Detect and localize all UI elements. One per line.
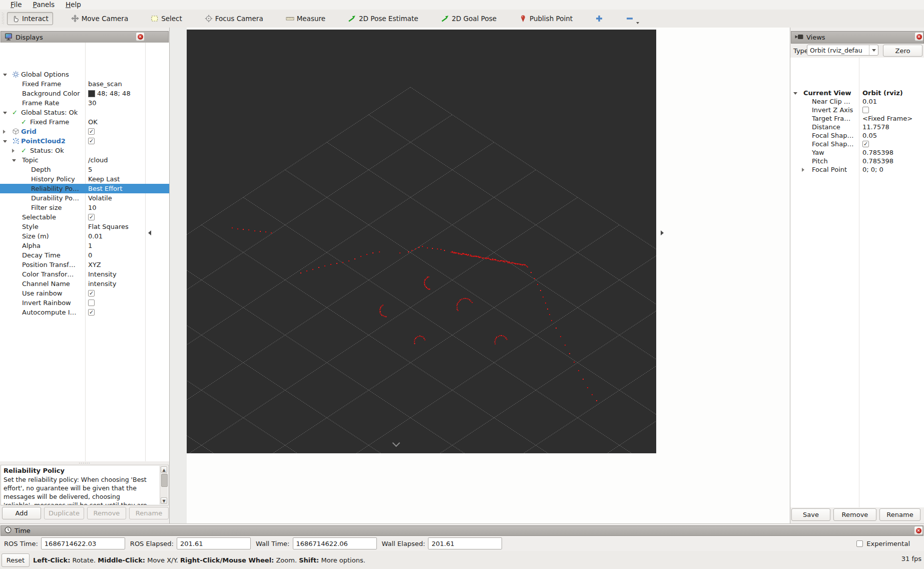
scroll-thumb[interactable] xyxy=(161,474,168,487)
tree-row-filter-size[interactable]: Filter size10 xyxy=(0,203,169,212)
rename-button[interactable]: Rename xyxy=(879,508,920,521)
tree-row-fixed-frame[interactable]: Fixed Framebase_scan xyxy=(0,79,169,89)
property-value[interactable]: 10 xyxy=(86,203,97,212)
property-value[interactable]: ✓ xyxy=(86,212,95,222)
tree-row-use-rainbow[interactable]: Use rainbow✓ xyxy=(0,289,169,298)
tree-row-decay-time[interactable]: Decay Time0 xyxy=(0,250,169,260)
toolbar-focus-camera-button[interactable]: Focus Camera xyxy=(200,12,268,25)
collapse-left-panel-icon[interactable] xyxy=(148,230,151,235)
tree-row-style[interactable]: StyleFlat Squares xyxy=(0,222,169,231)
property-value[interactable]: Orbit (rviz) xyxy=(860,89,903,97)
time-panel-header[interactable]: Time xyxy=(1,525,923,536)
displays-splitter[interactable]: ······ xyxy=(0,461,169,465)
tree-row-yaw[interactable]: Yaw0.785398 xyxy=(790,148,924,157)
property-value[interactable]: Volatile xyxy=(86,193,112,203)
tree-row-position-transf[interactable]: Position Transf…XYZ xyxy=(0,260,169,269)
tree-row-channel-name[interactable]: Channel Nameintensity xyxy=(0,279,169,289)
save-button[interactable]: Save xyxy=(791,508,830,521)
tree-row-depth[interactable]: Depth5 xyxy=(0,165,169,174)
time-field-input[interactable] xyxy=(428,537,502,549)
toolbar-2d-pose-estimate-button[interactable]: 2D Pose Estimate xyxy=(343,12,422,25)
property-value[interactable]: OK xyxy=(86,117,98,127)
view-type-combobox[interactable]: Orbit (rviz_defau xyxy=(807,45,878,56)
property-value[interactable]: <Fixed Frame> xyxy=(860,114,912,123)
property-value[interactable]: base_scan xyxy=(86,79,122,89)
tree-row-target-fra[interactable]: Target Fra…<Fixed Frame> xyxy=(790,114,924,123)
property-value[interactable]: ✓ xyxy=(860,140,869,148)
property-value[interactable]: 0.01 xyxy=(860,97,877,106)
tree-row-selectable[interactable]: Selectable✓ xyxy=(0,212,169,222)
scroll-down-icon[interactable]: ▼ xyxy=(161,497,167,504)
checkbox-checked[interactable]: ✓ xyxy=(88,214,95,220)
property-value[interactable]: 30 xyxy=(86,98,97,108)
tree-row-color-transfor[interactable]: Color Transfor…Intensity xyxy=(0,269,169,279)
toolbar-minus-icon-button[interactable] xyxy=(621,12,638,25)
tree-row-autocompute-i[interactable]: Autocompute I…✓ xyxy=(0,308,169,317)
menu-file[interactable]: File xyxy=(5,0,28,10)
tree-row-pitch[interactable]: Pitch0.785398 xyxy=(790,157,924,165)
property-value[interactable] xyxy=(860,106,869,114)
zero-button[interactable]: Zero xyxy=(883,45,922,57)
expander-open-icon[interactable] xyxy=(12,159,16,162)
experimental-checkbox[interactable] xyxy=(856,540,863,547)
checkbox-checked[interactable]: ✓ xyxy=(88,138,95,144)
views-panel-header[interactable]: Views xyxy=(791,31,924,44)
time-field-input[interactable] xyxy=(293,537,377,549)
property-value[interactable]: ✓ xyxy=(86,127,95,136)
tree-row-status-ok[interactable]: ✓Status: Ok xyxy=(0,146,169,155)
expander-open-icon[interactable] xyxy=(793,92,797,95)
help-scrollbar[interactable]: ▲ ▼ xyxy=(160,466,168,504)
property-value[interactable]: ✓ xyxy=(86,136,95,146)
collapse-right-panel-icon[interactable] xyxy=(661,230,664,235)
property-value[interactable] xyxy=(86,146,88,155)
toolbar-publish-point-button[interactable]: Publish Point xyxy=(515,12,577,25)
checkbox-checked[interactable]: ✓ xyxy=(862,141,869,147)
property-value[interactable]: Best Effort xyxy=(86,184,123,193)
property-value[interactable]: 0.785398 xyxy=(860,148,893,157)
expander-closed-icon[interactable] xyxy=(3,130,6,134)
scroll-up-icon[interactable]: ▲ xyxy=(161,466,167,473)
property-value[interactable]: 1 xyxy=(86,241,92,250)
checkbox-unchecked[interactable] xyxy=(862,107,869,113)
toolbar-move-camera-button[interactable]: Move Camera xyxy=(67,12,133,25)
menu-help[interactable]: Help xyxy=(60,0,87,10)
add-button[interactable]: Add xyxy=(2,507,41,519)
tree-row-global-status-ok[interactable]: ✓Global Status: Ok xyxy=(0,108,169,117)
remove-button[interactable]: Remove xyxy=(833,508,876,521)
tree-row-current-view[interactable]: Current ViewOrbit (rviz) xyxy=(790,89,924,97)
time-field-input[interactable] xyxy=(41,537,125,549)
property-value[interactable]: 0.05 xyxy=(860,131,877,140)
tree-row-size-m[interactable]: Size (m)0.01 xyxy=(0,231,169,241)
toolbar-interact-button[interactable]: Interact xyxy=(7,12,53,25)
property-value[interactable]: ✓ xyxy=(86,289,95,298)
property-value[interactable] xyxy=(86,108,88,117)
toolbar-select-button[interactable]: Select xyxy=(146,12,187,25)
time-close-button[interactable]: ✕ xyxy=(914,526,923,535)
tree-row-alpha[interactable]: Alpha1 xyxy=(0,241,169,250)
property-value[interactable]: 5 xyxy=(86,165,92,174)
3d-viewport[interactable] xyxy=(187,30,656,453)
reset-button[interactable]: Reset xyxy=(2,553,30,567)
tree-row-global-options[interactable]: Global Options xyxy=(0,70,169,79)
property-value[interactable]: 0; 0; 0 xyxy=(860,165,883,174)
expander-closed-icon[interactable] xyxy=(12,149,15,153)
toolbar-2d-goal-pose-button[interactable]: 2D Goal Pose xyxy=(436,12,502,25)
property-value[interactable]: 0.01 xyxy=(86,231,103,241)
tree-row-pointcloud2[interactable]: PointCloud2✓ xyxy=(0,136,169,146)
tree-row-focal-point[interactable]: Focal Point0; 0; 0 xyxy=(790,165,924,174)
tree-row-frame-rate[interactable]: Frame Rate30 xyxy=(0,98,169,108)
expander-open-icon[interactable] xyxy=(3,112,7,114)
time-field-input[interactable] xyxy=(177,537,251,549)
toolbar-drag-handle[interactable] xyxy=(2,13,4,25)
property-value[interactable]: Intensity xyxy=(86,269,117,279)
toolbar-measure-button[interactable]: Measure xyxy=(281,12,330,25)
tree-row-durability-po[interactable]: Durability Po…Volatile xyxy=(0,193,169,203)
property-value[interactable]: ✓ xyxy=(86,308,95,317)
expander-closed-icon[interactable] xyxy=(802,168,804,172)
property-value[interactable]: 0.785398 xyxy=(860,157,893,165)
tree-row-invert-z-axis[interactable]: Invert Z Axis xyxy=(790,106,924,114)
tree-row-grid[interactable]: Grid✓ xyxy=(0,127,169,136)
property-value[interactable]: 0 xyxy=(86,250,92,260)
property-value[interactable]: XYZ xyxy=(86,260,101,269)
tree-row-distance[interactable]: Distance11.7578 xyxy=(790,123,924,131)
